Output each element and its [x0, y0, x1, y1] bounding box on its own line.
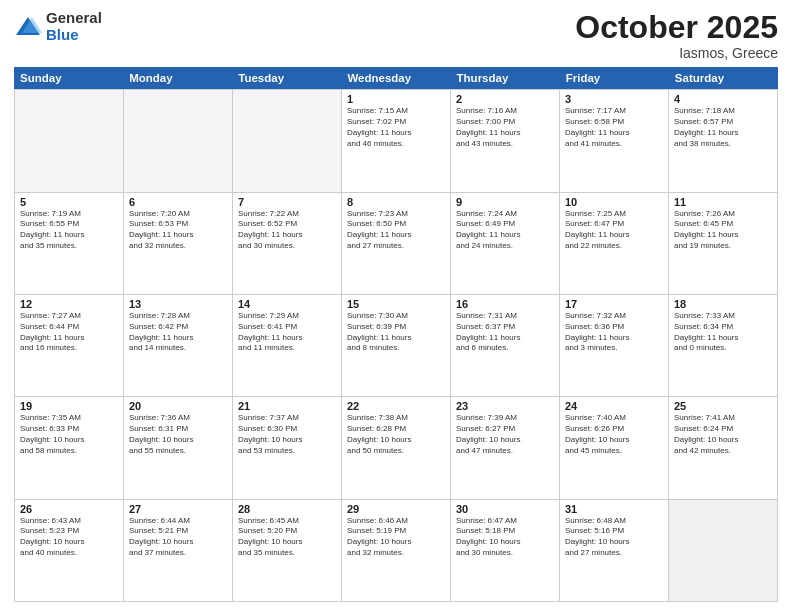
day-info: Sunrise: 7:37 AM Sunset: 6:30 PM Dayligh… [238, 413, 336, 456]
day-info: Sunrise: 6:45 AM Sunset: 5:20 PM Dayligh… [238, 516, 336, 559]
day-info: Sunrise: 7:41 AM Sunset: 6:24 PM Dayligh… [674, 413, 772, 456]
cal-cell-day-13: 13Sunrise: 7:28 AM Sunset: 6:42 PM Dayli… [124, 295, 233, 396]
cal-cell-day-16: 16Sunrise: 7:31 AM Sunset: 6:37 PM Dayli… [451, 295, 560, 396]
cal-week-3: 12Sunrise: 7:27 AM Sunset: 6:44 PM Dayli… [14, 294, 778, 396]
logo-icon [14, 13, 42, 41]
cal-cell-day-21: 21Sunrise: 7:37 AM Sunset: 6:30 PM Dayli… [233, 397, 342, 498]
logo-text: General Blue [46, 10, 102, 43]
cal-cell-day-31: 31Sunrise: 6:48 AM Sunset: 5:16 PM Dayli… [560, 500, 669, 601]
day-number: 4 [674, 93, 772, 105]
cal-week-1: 1Sunrise: 7:15 AM Sunset: 7:02 PM Daylig… [14, 89, 778, 191]
day-number: 18 [674, 298, 772, 310]
day-number: 30 [456, 503, 554, 515]
day-number: 9 [456, 196, 554, 208]
day-number: 3 [565, 93, 663, 105]
cal-cell-day-5: 5Sunrise: 7:19 AM Sunset: 6:55 PM Daylig… [15, 193, 124, 294]
day-number: 16 [456, 298, 554, 310]
day-number: 29 [347, 503, 445, 515]
day-info: Sunrise: 7:24 AM Sunset: 6:49 PM Dayligh… [456, 209, 554, 252]
day-info: Sunrise: 7:39 AM Sunset: 6:27 PM Dayligh… [456, 413, 554, 456]
cal-header-thursday: Thursday [451, 67, 560, 89]
day-number: 23 [456, 400, 554, 412]
cal-week-4: 19Sunrise: 7:35 AM Sunset: 6:33 PM Dayli… [14, 396, 778, 498]
cal-cell-day-20: 20Sunrise: 7:36 AM Sunset: 6:31 PM Dayli… [124, 397, 233, 498]
day-number: 7 [238, 196, 336, 208]
cal-cell-empty [669, 500, 778, 601]
title-location: Iasmos, Greece [575, 45, 778, 61]
cal-cell-day-26: 26Sunrise: 6:43 AM Sunset: 5:23 PM Dayli… [15, 500, 124, 601]
cal-cell-day-28: 28Sunrise: 6:45 AM Sunset: 5:20 PM Dayli… [233, 500, 342, 601]
day-info: Sunrise: 7:19 AM Sunset: 6:55 PM Dayligh… [20, 209, 118, 252]
cal-cell-empty [15, 90, 124, 191]
title-block: October 2025 Iasmos, Greece [575, 10, 778, 61]
day-info: Sunrise: 6:43 AM Sunset: 5:23 PM Dayligh… [20, 516, 118, 559]
cal-cell-day-9: 9Sunrise: 7:24 AM Sunset: 6:49 PM Daylig… [451, 193, 560, 294]
day-number: 31 [565, 503, 663, 515]
day-number: 8 [347, 196, 445, 208]
day-info: Sunrise: 7:30 AM Sunset: 6:39 PM Dayligh… [347, 311, 445, 354]
cal-cell-day-12: 12Sunrise: 7:27 AM Sunset: 6:44 PM Dayli… [15, 295, 124, 396]
cal-cell-day-14: 14Sunrise: 7:29 AM Sunset: 6:41 PM Dayli… [233, 295, 342, 396]
cal-cell-empty [124, 90, 233, 191]
cal-cell-day-25: 25Sunrise: 7:41 AM Sunset: 6:24 PM Dayli… [669, 397, 778, 498]
day-number: 12 [20, 298, 118, 310]
day-info: Sunrise: 7:28 AM Sunset: 6:42 PM Dayligh… [129, 311, 227, 354]
day-number: 24 [565, 400, 663, 412]
day-info: Sunrise: 7:20 AM Sunset: 6:53 PM Dayligh… [129, 209, 227, 252]
logo: General Blue [14, 10, 102, 43]
header: General Blue October 2025 Iasmos, Greece [14, 10, 778, 61]
cal-cell-day-18: 18Sunrise: 7:33 AM Sunset: 6:34 PM Dayli… [669, 295, 778, 396]
cal-header-tuesday: Tuesday [232, 67, 341, 89]
cal-cell-day-19: 19Sunrise: 7:35 AM Sunset: 6:33 PM Dayli… [15, 397, 124, 498]
title-month: October 2025 [575, 10, 778, 45]
cal-cell-day-3: 3Sunrise: 7:17 AM Sunset: 6:58 PM Daylig… [560, 90, 669, 191]
day-number: 1 [347, 93, 445, 105]
calendar-body: 1Sunrise: 7:15 AM Sunset: 7:02 PM Daylig… [14, 89, 778, 602]
cal-cell-day-10: 10Sunrise: 7:25 AM Sunset: 6:47 PM Dayli… [560, 193, 669, 294]
day-info: Sunrise: 7:26 AM Sunset: 6:45 PM Dayligh… [674, 209, 772, 252]
day-info: Sunrise: 7:25 AM Sunset: 6:47 PM Dayligh… [565, 209, 663, 252]
cal-week-5: 26Sunrise: 6:43 AM Sunset: 5:23 PM Dayli… [14, 499, 778, 602]
day-info: Sunrise: 7:35 AM Sunset: 6:33 PM Dayligh… [20, 413, 118, 456]
cal-cell-day-17: 17Sunrise: 7:32 AM Sunset: 6:36 PM Dayli… [560, 295, 669, 396]
cal-cell-day-29: 29Sunrise: 6:46 AM Sunset: 5:19 PM Dayli… [342, 500, 451, 601]
cal-header-monday: Monday [123, 67, 232, 89]
calendar-header: SundayMondayTuesdayWednesdayThursdayFrid… [14, 67, 778, 89]
cal-cell-day-7: 7Sunrise: 7:22 AM Sunset: 6:52 PM Daylig… [233, 193, 342, 294]
day-info: Sunrise: 6:46 AM Sunset: 5:19 PM Dayligh… [347, 516, 445, 559]
day-info: Sunrise: 7:33 AM Sunset: 6:34 PM Dayligh… [674, 311, 772, 354]
day-info: Sunrise: 7:31 AM Sunset: 6:37 PM Dayligh… [456, 311, 554, 354]
day-number: 17 [565, 298, 663, 310]
day-number: 6 [129, 196, 227, 208]
day-info: Sunrise: 7:27 AM Sunset: 6:44 PM Dayligh… [20, 311, 118, 354]
day-info: Sunrise: 7:29 AM Sunset: 6:41 PM Dayligh… [238, 311, 336, 354]
cal-cell-day-22: 22Sunrise: 7:38 AM Sunset: 6:28 PM Dayli… [342, 397, 451, 498]
cal-header-sunday: Sunday [14, 67, 123, 89]
cal-cell-day-27: 27Sunrise: 6:44 AM Sunset: 5:21 PM Dayli… [124, 500, 233, 601]
day-number: 21 [238, 400, 336, 412]
day-info: Sunrise: 6:47 AM Sunset: 5:18 PM Dayligh… [456, 516, 554, 559]
day-number: 27 [129, 503, 227, 515]
day-number: 20 [129, 400, 227, 412]
day-number: 22 [347, 400, 445, 412]
cal-cell-day-1: 1Sunrise: 7:15 AM Sunset: 7:02 PM Daylig… [342, 90, 451, 191]
logo-general: General [46, 10, 102, 27]
day-info: Sunrise: 7:40 AM Sunset: 6:26 PM Dayligh… [565, 413, 663, 456]
day-info: Sunrise: 7:16 AM Sunset: 7:00 PM Dayligh… [456, 106, 554, 149]
day-info: Sunrise: 7:23 AM Sunset: 6:50 PM Dayligh… [347, 209, 445, 252]
day-info: Sunrise: 7:36 AM Sunset: 6:31 PM Dayligh… [129, 413, 227, 456]
cal-header-wednesday: Wednesday [341, 67, 450, 89]
cal-cell-day-8: 8Sunrise: 7:23 AM Sunset: 6:50 PM Daylig… [342, 193, 451, 294]
day-info: Sunrise: 7:15 AM Sunset: 7:02 PM Dayligh… [347, 106, 445, 149]
cal-cell-empty [233, 90, 342, 191]
cal-week-2: 5Sunrise: 7:19 AM Sunset: 6:55 PM Daylig… [14, 192, 778, 294]
cal-cell-day-23: 23Sunrise: 7:39 AM Sunset: 6:27 PM Dayli… [451, 397, 560, 498]
day-number: 25 [674, 400, 772, 412]
day-info: Sunrise: 6:48 AM Sunset: 5:16 PM Dayligh… [565, 516, 663, 559]
day-info: Sunrise: 6:44 AM Sunset: 5:21 PM Dayligh… [129, 516, 227, 559]
cal-header-saturday: Saturday [669, 67, 778, 89]
cal-cell-day-15: 15Sunrise: 7:30 AM Sunset: 6:39 PM Dayli… [342, 295, 451, 396]
day-number: 26 [20, 503, 118, 515]
day-number: 5 [20, 196, 118, 208]
cal-cell-day-4: 4Sunrise: 7:18 AM Sunset: 6:57 PM Daylig… [669, 90, 778, 191]
